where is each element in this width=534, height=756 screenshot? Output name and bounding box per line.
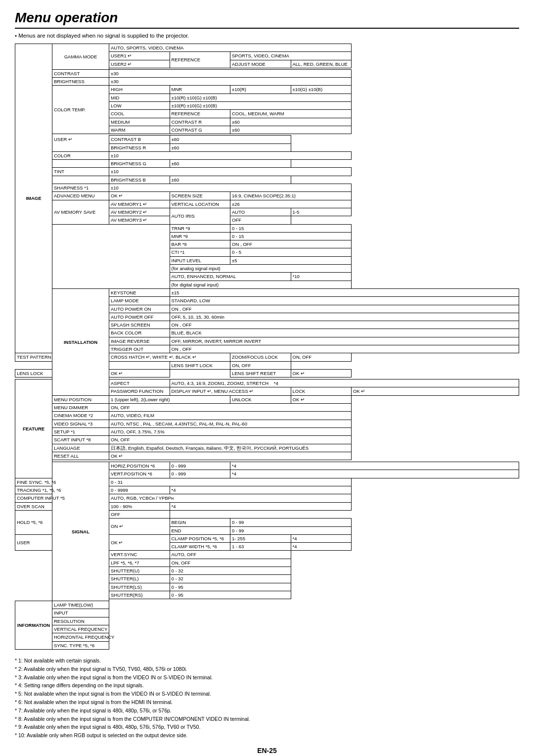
- gamma-mode-label: GAMMA MODE: [52, 44, 109, 70]
- footnote-3: * 3: Available only when the input signa…: [15, 673, 519, 682]
- medium-label: MEDIUM: [109, 118, 170, 126]
- menu-position-val: 1 (Upper left), 2(Lower right): [109, 395, 230, 403]
- spacer23: [15, 583, 109, 591]
- gamma-auto: AUTO, SPORTS, VIDEO, CINEMA: [109, 44, 352, 52]
- vert-pos-val: 0 - 999: [170, 470, 230, 478]
- footnote-2: * 2: Available only when the input signa…: [15, 665, 519, 673]
- contrast-g-val: ±60: [230, 126, 352, 134]
- cinema-mode-label: CINEMA MODE *2: [52, 412, 109, 420]
- screen-size-label: SCREEN SIZE: [170, 192, 230, 200]
- menu-position-label: MENU POSITION: [52, 395, 109, 403]
- lens-shift-lock-label: LENS SHIFT LOCK: [170, 361, 230, 369]
- computer-input-val: AUTO, RGB, YCBCн / YPBPн: [109, 494, 352, 502]
- page-number: EN-25: [15, 747, 519, 755]
- color-label: COLOR: [52, 151, 109, 159]
- language-label: LANGUAGE: [52, 444, 109, 452]
- av-memory1: AV MEMORY1 ↵: [109, 200, 170, 208]
- shutter-l-label: SHUTTER(L): [109, 575, 170, 583]
- mid-label: MID: [109, 94, 170, 101]
- hold-label: HOLD *5, *6: [15, 510, 52, 534]
- spacer24: [15, 591, 109, 599]
- reset-all-val: OK ↵: [109, 452, 352, 460]
- spacer22: [15, 575, 109, 583]
- brightness-label: BRIGHTNESS: [52, 78, 109, 86]
- reference-label2: REFERENCE: [170, 110, 230, 118]
- sync-type-label: SYNC. TYPE *5, *6: [52, 641, 109, 649]
- footnote-8: * 8: Available only when the input signa…: [15, 715, 519, 723]
- shutter-l-val: 0 - 32: [170, 575, 291, 583]
- lock-label: LOCK: [291, 387, 352, 395]
- splash-screen-label: SPLASH SCREEN: [109, 321, 170, 329]
- brightness-value: ±30: [109, 78, 352, 86]
- auto-power-off-label: AUTO POWER OFF: [109, 313, 170, 321]
- end-val: 0 - 99: [230, 526, 352, 534]
- brightness-r-val: ±60: [170, 143, 291, 151]
- reference-label: REFERENCE: [170, 52, 230, 68]
- contrast-g-label: CONTRAST G: [170, 126, 230, 134]
- spacer2: [52, 143, 109, 151]
- reference-values: SPORTS, VIDEO, CINEMA: [230, 52, 352, 60]
- vert-sync-val: AUTO, OFF: [170, 551, 291, 559]
- password-val: DISPLAY INPUT ↵, MENU ACCESS ↵: [170, 387, 291, 395]
- lpf-label: LPF *5, *6, *7: [109, 559, 170, 567]
- menu-dimmer-label: MENU DIMMER: [52, 404, 109, 412]
- lamp-time-label: LAMP TIME(LOW): [52, 601, 109, 609]
- tracking-val: 0 - 9999: [109, 486, 170, 494]
- clamp-width-val: 1 - 63: [230, 543, 291, 551]
- over-scan-note: *4: [170, 502, 352, 510]
- keystone-label: KEYSTONE: [109, 288, 170, 296]
- mnr-label: MNR: [170, 86, 230, 94]
- tracking-note: *4: [170, 486, 352, 494]
- unlock-label: UNLOCK: [230, 395, 291, 403]
- cti-label: CTI *1: [170, 248, 230, 256]
- lens-lock-label: LENS LOCK: [15, 369, 52, 377]
- spacer4: [52, 176, 109, 184]
- cti-val: 0 - 5: [230, 248, 352, 256]
- clamp-width-label: CLAMP WIDTH *5, *6: [170, 543, 230, 551]
- password-label: PASSWORD FUNCTION: [109, 387, 170, 395]
- mnr-label2: MNR *9: [170, 232, 230, 240]
- auto-power-off-val: OFF, 5, 10, 15, 30, 60min: [170, 313, 519, 321]
- mnr-val: 0 - 15: [230, 232, 352, 240]
- lens-shift-reset-label: LENS SHIFT RESET: [230, 369, 291, 377]
- video-signal-label: VIDEO SIGNAL *3: [52, 420, 109, 427]
- menu-diagram: IMAGE GAMMA MODE AUTO, SPORTS, VIDEO, CI…: [15, 44, 519, 650]
- tracking-label: TRACKING *1, *5, *6: [15, 486, 52, 494]
- spacer20: [15, 559, 109, 567]
- clamp-width-note: *4: [291, 543, 352, 551]
- spacer6: [52, 224, 170, 232]
- contrast-value: ±30: [109, 69, 352, 77]
- aspect-label: ASPECT: [109, 379, 170, 387]
- cool-label: COOL: [109, 110, 170, 118]
- lock-val: OK ↵: [352, 387, 519, 395]
- over-scan-label: OVER SCAN: [15, 502, 52, 510]
- sharpness-label: SHARPNESS *1: [52, 184, 109, 192]
- hold-off: OFF: [109, 510, 170, 518]
- fine-sync-val: 0 - 31: [109, 478, 352, 486]
- spacer19: [15, 551, 109, 559]
- high-gb: ±10(G) ±10(B): [291, 86, 352, 94]
- bar-label: BAR *9: [170, 240, 230, 248]
- spacer29: [109, 625, 352, 633]
- user-label: USER: [15, 534, 52, 551]
- spacer9: [52, 248, 170, 256]
- section-feature: FEATURE: [15, 379, 52, 478]
- auto-iris-label: AUTO IRIS: [170, 208, 230, 224]
- user-btn: USER ↵: [52, 136, 109, 143]
- contrast-b-val: ±60: [170, 136, 291, 143]
- spacer31: [109, 641, 352, 649]
- hold-on: ON ↵: [109, 519, 170, 535]
- spacer8: [52, 240, 170, 248]
- unlock-val: OK ↵: [291, 395, 352, 403]
- language-val: 日本語, English, Español, Deutsch, Français…: [109, 444, 352, 452]
- adjust-mode-values: ALL, RED, GREEN, BLUE: [291, 60, 352, 68]
- contrast-r-label: CONTRAST R: [170, 118, 230, 126]
- spacer3: [52, 160, 109, 168]
- shutter-u-val: 0 - 32: [170, 567, 291, 575]
- lens-shift-lock-val: ON, OFF: [230, 361, 291, 369]
- trnr-label: TRNR *9: [170, 224, 230, 232]
- av-memory-save-label: AV MEMORY SAVE: [52, 200, 109, 224]
- footnote-6: * 6: Not available when the input signal…: [15, 698, 519, 707]
- brightness-g-val: ±60: [170, 160, 291, 168]
- low-values: ±10(R) ±10(G) ±10(B): [170, 102, 352, 110]
